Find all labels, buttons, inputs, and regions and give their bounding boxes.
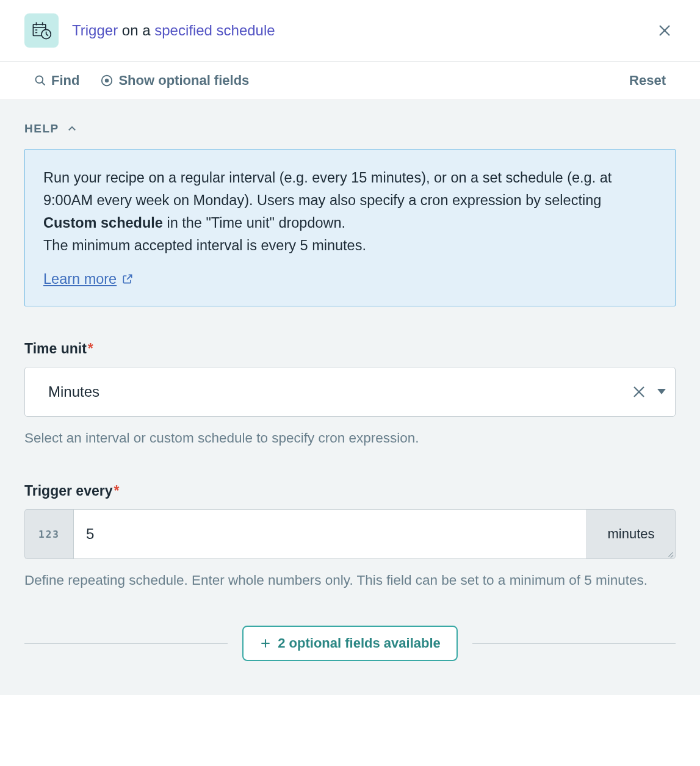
resize-handle-icon[interactable] bbox=[665, 549, 674, 557]
help-title: HELP bbox=[24, 122, 59, 135]
optional-fields-label: 2 optional fields available bbox=[278, 635, 441, 651]
scheduler-app-icon bbox=[24, 13, 59, 48]
clear-icon[interactable] bbox=[632, 385, 646, 399]
time-unit-select[interactable] bbox=[24, 367, 676, 417]
help-text-2: in the "Time unit" dropdown. bbox=[163, 215, 345, 231]
find-button[interactable]: Find bbox=[34, 73, 79, 89]
time-unit-helper: Select an interval or custom schedule to… bbox=[24, 428, 676, 449]
external-link-icon bbox=[121, 273, 134, 285]
svg-point-11 bbox=[36, 76, 43, 84]
chevron-down-icon[interactable] bbox=[657, 389, 666, 394]
show-optional-label: Show optional fields bbox=[118, 73, 249, 89]
learn-more-link[interactable]: Learn more bbox=[43, 271, 134, 287]
content-area: HELP Run your recipe on a regular interv… bbox=[0, 100, 700, 695]
trigger-every-input[interactable] bbox=[73, 509, 587, 559]
help-text-1: Run your recipe on a regular interval (e… bbox=[43, 170, 612, 208]
show-optional-button[interactable]: Show optional fields bbox=[100, 73, 249, 89]
time-unit-label: Time unit* bbox=[24, 341, 676, 357]
number-type-badge: 123 bbox=[24, 509, 73, 559]
time-unit-field: Time unit* Select an interval or custom … bbox=[24, 341, 676, 449]
time-unit-select-wrap bbox=[24, 367, 676, 417]
optional-fields-button[interactable]: 2 optional fields available bbox=[242, 626, 458, 661]
divider-right bbox=[472, 643, 676, 644]
unit-suffix: minutes bbox=[587, 509, 676, 559]
help-box: Run your recipe on a regular interval (e… bbox=[24, 149, 676, 306]
plus-icon bbox=[259, 637, 272, 649]
trigger-every-label-text: Trigger every bbox=[24, 483, 112, 499]
panel-header: Trigger on a specified schedule bbox=[0, 0, 700, 62]
required-star: * bbox=[88, 341, 93, 356]
help-text-3: The minimum accepted interval is every 5… bbox=[43, 237, 366, 253]
trigger-every-helper: Define repeating schedule. Enter whole n… bbox=[24, 570, 676, 591]
trigger-every-label: Trigger every* bbox=[24, 483, 676, 499]
toolbar: Find Show optional fields Reset bbox=[0, 62, 700, 100]
learn-more-label: Learn more bbox=[43, 271, 117, 287]
optional-fields-row: 2 optional fields available bbox=[24, 626, 676, 661]
unit-suffix-text: minutes bbox=[607, 526, 654, 542]
eye-icon bbox=[100, 74, 114, 87]
help-toggle[interactable]: HELP bbox=[24, 122, 676, 135]
divider-left bbox=[24, 643, 228, 644]
trigger-every-field: Trigger every* 123 minutes Define repeat… bbox=[24, 483, 676, 591]
find-label: Find bbox=[51, 73, 79, 89]
trigger-every-input-row: 123 minutes bbox=[24, 509, 676, 559]
chevron-up-icon bbox=[67, 123, 78, 134]
search-icon bbox=[34, 74, 46, 87]
help-description: Run your recipe on a regular interval (e… bbox=[43, 167, 657, 258]
svg-point-14 bbox=[105, 79, 109, 82]
panel-title: Trigger on a specified schedule bbox=[72, 22, 275, 39]
time-unit-label-text: Time unit bbox=[24, 341, 87, 356]
required-star: * bbox=[114, 483, 119, 499]
title-text-on-a: on a bbox=[118, 22, 154, 38]
svg-line-12 bbox=[42, 82, 45, 85]
schedule-link[interactable]: specified schedule bbox=[154, 22, 275, 38]
help-custom-schedule: Custom schedule bbox=[43, 215, 163, 231]
close-button[interactable] bbox=[654, 20, 676, 42]
reset-label: Reset bbox=[629, 73, 666, 88]
close-icon bbox=[657, 23, 672, 38]
reset-button[interactable]: Reset bbox=[629, 73, 666, 89]
trigger-link[interactable]: Trigger bbox=[72, 22, 118, 38]
